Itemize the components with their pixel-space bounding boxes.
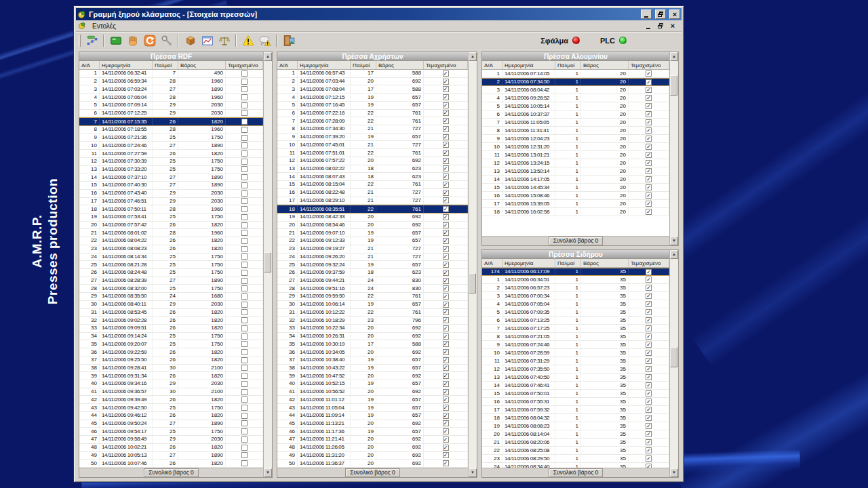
table-row[interactable]: 2514/11/2006 09:32:2419657✓ <box>277 261 468 269</box>
table-row[interactable]: 114/11/2006 07:14:05120✓ <box>482 70 669 78</box>
temachismeno-checkbox[interactable]: ✓ <box>443 413 449 419</box>
table-row[interactable]: 314/11/2006 07:08:0417588✓ <box>277 85 468 94</box>
flow-icon[interactable] <box>83 33 100 48</box>
table-row[interactable]: 1214/11/2006 07:30:39251750 <box>79 158 263 166</box>
temachismeno-checkbox[interactable]: ✓ <box>646 423 652 429</box>
temachismeno-checkbox[interactable]: ✓ <box>443 293 449 300</box>
table-row[interactable]: 814/11/2006 11:31:41120✓ <box>482 127 669 135</box>
scroll-down-button[interactable]: ▼ <box>670 237 678 245</box>
table-row[interactable]: 1714/11/2006 08:29:1021727✓ <box>277 197 468 205</box>
temachismeno-checkbox[interactable]: ✓ <box>646 325 652 331</box>
table-row[interactable]: 314/11/2006 07:03:24271890 <box>79 85 263 94</box>
monitor-icon[interactable] <box>107 33 124 48</box>
table-row[interactable]: 1114/11/2006 07:27:59261820 <box>79 150 263 158</box>
table-row[interactable]: 3714/11/2006 09:25:50261820 <box>79 357 263 365</box>
temachismeno-checkbox[interactable] <box>241 166 248 172</box>
column-header[interactable]: Παλμοί <box>555 259 581 267</box>
temachismeno-checkbox[interactable] <box>241 452 248 458</box>
table-row[interactable]: 2414/11/2006 08:14:34251750 <box>79 253 263 262</box>
temachismeno-checkbox[interactable]: ✓ <box>443 445 449 451</box>
scroll-thumb[interactable] <box>670 75 677 96</box>
temachismeno-checkbox[interactable] <box>241 341 248 347</box>
temachismeno-checkbox[interactable]: ✓ <box>443 222 449 228</box>
temachismeno-checkbox[interactable] <box>241 317 248 323</box>
temachismeno-checkbox[interactable]: ✓ <box>646 390 652 396</box>
table-row[interactable]: 1714/11/2006 07:46:51292030 <box>79 198 263 206</box>
table-row[interactable]: 1914/11/2006 08:08:23135✓ <box>482 422 669 430</box>
scroll-down-button[interactable]: ▼ <box>264 468 272 477</box>
temachismeno-checkbox[interactable]: ✓ <box>443 165 449 171</box>
table-row[interactable]: 4214/11/2006 11:01:1219657✓ <box>277 396 468 404</box>
temachismeno-checkbox[interactable]: ✓ <box>443 197 449 203</box>
temachismeno-checkbox[interactable]: ✓ <box>443 270 449 276</box>
table-row[interactable]: 514/11/2006 07:16:4519657✓ <box>277 102 468 110</box>
table-row[interactable]: 314/11/2006 08:04:42120✓ <box>482 86 669 94</box>
table-row[interactable]: 2914/11/2006 09:59:5022761✓ <box>277 293 468 301</box>
temachismeno-checkbox[interactable]: ✓ <box>443 206 449 212</box>
table-row[interactable]: 3914/11/2006 09:31:34261820 <box>79 372 263 380</box>
temachismeno-checkbox[interactable]: ✓ <box>646 152 652 158</box>
temachismeno-checkbox[interactable] <box>241 246 248 252</box>
temachismeno-checkbox[interactable]: ✓ <box>443 79 449 85</box>
scroll-down-button[interactable]: ▼ <box>469 468 477 477</box>
table-row[interactable]: 4414/11/2006 09:46:12261820 <box>79 412 263 420</box>
temachismeno-checkbox[interactable] <box>241 405 248 411</box>
temachismeno-checkbox[interactable] <box>241 445 248 451</box>
mdi-minimize-button[interactable] <box>644 22 652 30</box>
temachismeno-checkbox[interactable]: ✓ <box>443 373 449 379</box>
table-row[interactable]: 214/11/2006 07:03:4420692✓ <box>277 78 468 86</box>
table-row[interactable]: 214/11/2006 06:59:34281960 <box>79 78 263 86</box>
temachismeno-checkbox[interactable] <box>241 325 248 331</box>
temachismeno-checkbox[interactable]: ✓ <box>443 420 449 426</box>
column-header[interactable]: Τεμαχισμένο <box>226 61 263 69</box>
table-row[interactable]: 4914/11/2006 11:31:2020692✓ <box>277 452 468 460</box>
temachismeno-checkbox[interactable]: ✓ <box>443 158 449 164</box>
temachismeno-checkbox[interactable] <box>241 389 248 395</box>
table-row[interactable]: 4914/11/2006 10:05:13271890 <box>79 452 263 460</box>
column-header[interactable]: Παλμοί <box>153 61 178 69</box>
refresh-icon[interactable] <box>141 33 158 48</box>
minimize-button[interactable] <box>641 9 652 19</box>
temachismeno-checkbox[interactable]: ✓ <box>646 350 652 356</box>
table-row[interactable]: 3414/11/2006 09:14:24251750 <box>79 333 263 341</box>
table-row[interactable]: 3714/11/2006 10:38:4019657✓ <box>277 357 468 365</box>
temachismeno-checkbox[interactable]: ✓ <box>443 428 449 434</box>
table-row[interactable]: 3614/11/2006 09:22:59261820 <box>79 348 263 357</box>
table-row[interactable]: 4214/11/2006 09:39:49261820 <box>79 396 263 404</box>
temachismeno-checkbox[interactable]: ✓ <box>443 134 449 140</box>
menu-item-entoles[interactable]: Εντολές <box>89 22 119 30</box>
table-row[interactable]: 414/11/2006 07:06:04281960 <box>79 94 263 102</box>
table-row[interactable]: 3014/11/2006 10:06:1419657✓ <box>277 301 468 309</box>
temachismeno-checkbox[interactable] <box>241 428 248 434</box>
temachismeno-checkbox[interactable]: ✓ <box>646 285 652 291</box>
table-row[interactable]: 414/11/2006 07:12:1519657✓ <box>277 94 468 102</box>
table-row[interactable]: 4614/11/2006 11:17:3619657✓ <box>277 428 468 436</box>
table-row[interactable]: 1614/11/2006 15:08:46120✓ <box>482 192 669 200</box>
temachismeno-checkbox[interactable]: ✓ <box>646 382 652 388</box>
temachismeno-checkbox[interactable] <box>241 262 248 268</box>
temachismeno-checkbox[interactable]: ✓ <box>646 176 652 182</box>
temachismeno-checkbox[interactable]: ✓ <box>646 119 652 125</box>
table-row[interactable]: 214/11/2006 06:57:23135✓ <box>482 284 669 292</box>
temachismeno-checkbox[interactable]: ✓ <box>646 366 652 372</box>
temachismeno-checkbox[interactable] <box>241 150 248 157</box>
close-button[interactable]: × <box>669 9 680 19</box>
table-row[interactable]: 1914/11/2006 08:42:3320692✓ <box>277 214 468 222</box>
table-row[interactable]: 4814/11/2006 10:02:21261820 <box>79 444 263 452</box>
column-header[interactable]: Α/Α <box>482 259 502 267</box>
exit-door-icon[interactable] <box>280 33 297 48</box>
table-row[interactable]: 814/11/2006 07:18:55281960 <box>79 126 263 134</box>
temachismeno-checkbox[interactable]: ✓ <box>443 190 449 196</box>
table-row[interactable]: 3114/11/2006 08:53:45261820 <box>79 309 263 317</box>
table-row[interactable]: 1514/11/2006 07:50:01135✓ <box>482 390 669 398</box>
column-header[interactable]: Α/Α <box>277 61 298 69</box>
table-row[interactable]: 4814/11/2006 11:26:0520692✓ <box>277 444 468 452</box>
table-row[interactable]: 2414/11/2006 09:26:2021727✓ <box>277 253 468 262</box>
table-row[interactable]: 2114/11/2006 08:20:06135✓ <box>482 439 669 447</box>
temachismeno-checkbox[interactable]: ✓ <box>443 325 449 331</box>
temachismeno-checkbox[interactable]: ✓ <box>646 136 652 142</box>
temachismeno-checkbox[interactable] <box>241 381 248 387</box>
column-header[interactable]: Τεμαχισμένο <box>629 61 669 69</box>
mdi-close-button[interactable]: × <box>669 22 677 30</box>
table-row[interactable]: 2914/11/2006 08:35:50241680 <box>79 293 263 301</box>
